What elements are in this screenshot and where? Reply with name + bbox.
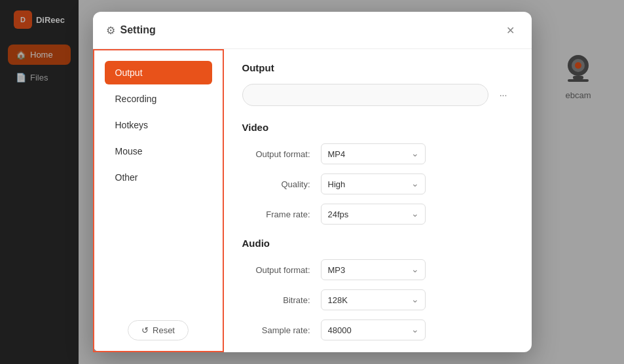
browse-button[interactable]: ··· xyxy=(494,85,513,105)
audio-samplerate-row: Sample rate: 48000 xyxy=(242,319,513,340)
modal-overlay: ⚙ Setting ✕ Output Recording Hotkeys Mou… xyxy=(0,0,624,364)
video-format-select[interactable]: MP4 xyxy=(321,143,426,164)
video-format-select-wrapper: MP4 xyxy=(321,143,426,164)
sidebar-item-recording[interactable]: Recording xyxy=(105,87,212,111)
modal-body: Output Recording Hotkeys Mouse Other ↺ R… xyxy=(93,49,532,352)
audio-bitrate-row: Bitrate: 128K xyxy=(242,289,513,310)
output-path-input[interactable] xyxy=(242,84,488,106)
output-path-row: ··· xyxy=(242,84,513,106)
modal-content: Output ··· Video Output format: MP4 xyxy=(224,49,532,352)
audio-samplerate-select-wrapper: 48000 xyxy=(321,319,426,340)
audio-format-select-wrapper: MP3 xyxy=(321,259,426,280)
video-framerate-label: Frame rate: xyxy=(242,209,321,219)
video-quality-select-wrapper: High xyxy=(321,173,426,194)
audio-format-row: Output format: MP3 xyxy=(242,259,513,280)
settings-modal: ⚙ Setting ✕ Output Recording Hotkeys Mou… xyxy=(93,12,532,352)
sidebar-item-output[interactable]: Output xyxy=(105,61,212,84)
audio-samplerate-label: Sample rate: xyxy=(242,325,321,335)
audio-bitrate-select[interactable]: 128K xyxy=(321,289,426,310)
audio-samplerate-select[interactable]: 48000 xyxy=(321,319,426,340)
audio-bitrate-select-wrapper: 128K xyxy=(321,289,426,310)
audio-format-select[interactable]: MP3 xyxy=(321,259,426,280)
video-format-row: Output format: MP4 xyxy=(242,143,513,164)
modal-close-button[interactable]: ✕ xyxy=(503,22,519,38)
video-framerate-select-wrapper: 24fps xyxy=(321,204,426,225)
sidebar-item-other[interactable]: Other xyxy=(105,166,212,189)
audio-format-label: Output format: xyxy=(242,265,321,275)
video-framerate-row: Frame rate: 24fps xyxy=(242,204,513,225)
video-quality-row: Quality: High xyxy=(242,173,513,194)
sidebar-item-hotkeys[interactable]: Hotkeys xyxy=(105,113,212,137)
reset-button[interactable]: ↺ Reset xyxy=(128,320,189,340)
modal-header: ⚙ Setting ✕ xyxy=(93,12,532,49)
modal-title: Setting xyxy=(120,24,156,36)
sidebar-item-mouse[interactable]: Mouse xyxy=(105,139,212,163)
video-quality-label: Quality: xyxy=(242,179,321,189)
settings-gear-icon: ⚙ xyxy=(106,24,115,37)
reset-label: Reset xyxy=(153,325,175,335)
reset-icon: ↺ xyxy=(141,325,149,335)
video-framerate-select[interactable]: 24fps xyxy=(321,204,426,225)
video-section-title: Video xyxy=(242,122,513,133)
output-section-title: Output xyxy=(242,62,513,73)
modal-title-area: ⚙ Setting xyxy=(106,24,156,37)
video-quality-select[interactable]: High xyxy=(321,173,426,194)
modal-sidebar: Output Recording Hotkeys Mouse Other ↺ R… xyxy=(93,49,224,352)
audio-section-title: Audio xyxy=(242,238,513,249)
video-format-label: Output format: xyxy=(242,149,321,159)
sidebar-footer: ↺ Reset xyxy=(105,310,212,340)
audio-bitrate-label: Bitrate: xyxy=(242,295,321,305)
